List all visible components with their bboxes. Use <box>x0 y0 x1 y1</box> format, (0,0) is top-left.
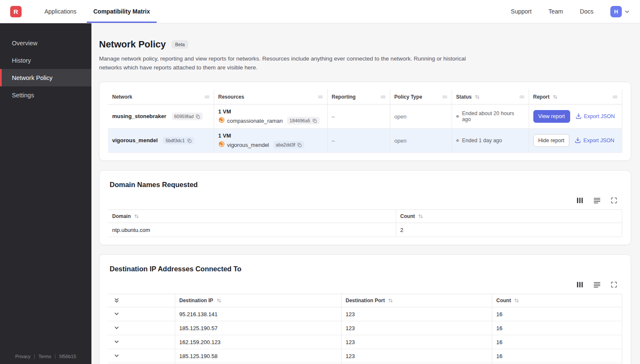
columns-toggle-icon[interactable] <box>577 281 583 288</box>
resource-count: 1 VM <box>218 108 323 115</box>
divider <box>34 354 35 359</box>
resource-name[interactable]: compassionate_raman <box>227 118 283 124</box>
build-version: 5f56b15 <box>59 354 76 359</box>
chevron-down-icon[interactable] <box>112 338 121 345</box>
status-dot-icon <box>456 139 459 142</box>
expand-row-cell <box>108 349 175 363</box>
column-menu-icon[interactable] <box>519 95 524 99</box>
resource-icon <box>218 117 225 124</box>
fullscreen-icon[interactable] <box>611 197 617 204</box>
page-header: Network Policy Beta <box>99 39 631 50</box>
column-menu-icon[interactable] <box>381 95 386 99</box>
chevron-down-icon[interactable] <box>112 310 121 317</box>
privacy-link[interactable]: Privacy <box>15 354 30 359</box>
sidebar-item[interactable]: History <box>0 52 91 69</box>
column-menu-icon[interactable] <box>612 95 618 99</box>
destination-port-cell: 123 <box>341 321 492 335</box>
secondary-nav: Support Team Docs H <box>511 0 630 23</box>
export-json-button[interactable]: Export JSON <box>575 137 614 144</box>
ip-row: 185.125.190.58 123 16 <box>108 349 622 363</box>
topnav-item[interactable]: Applications <box>38 0 83 23</box>
col-header-count[interactable]: Count <box>396 210 622 223</box>
resource-count: 1 VM <box>218 132 323 139</box>
copy-icon[interactable] <box>297 143 302 147</box>
report-button[interactable]: View report <box>533 110 570 123</box>
networks-card: Network Resources Reporting Policy <box>99 82 631 161</box>
col-header-count[interactable]: Count <box>492 294 622 307</box>
destination-ip-cell: 185.125.190.57 <box>175 321 341 335</box>
sort-icon[interactable] <box>134 214 139 219</box>
resource-name[interactable]: vigorous_mendel <box>227 142 269 148</box>
sort-icon[interactable] <box>514 298 519 303</box>
topnav-item[interactable]: Compatibility Matrix <box>87 0 157 23</box>
fullscreen-icon[interactable] <box>611 281 617 288</box>
report-button[interactable]: Hide report <box>533 134 570 147</box>
sort-icon[interactable] <box>216 298 222 303</box>
avatar[interactable]: H <box>610 6 622 17</box>
sort-icon[interactable] <box>418 214 423 219</box>
chevron-down-icon[interactable] <box>112 324 121 331</box>
col-header-reporting[interactable]: Reporting <box>327 89 390 105</box>
export-json-button[interactable]: Export JSON <box>576 113 615 120</box>
sort-icon[interactable] <box>552 94 558 99</box>
columns-toggle-icon[interactable] <box>577 197 583 204</box>
count-cell: 2 <box>396 223 622 237</box>
destination-ip-cell: 162.159.200.123 <box>175 335 341 349</box>
resource-id-badge: aba2dd3f <box>273 141 305 149</box>
app-logo[interactable]: R <box>10 6 22 17</box>
network-id-badge: 5bdf3dc1 <box>163 137 194 144</box>
col-header-status[interactable]: Status <box>452 89 529 105</box>
sidebar-item[interactable]: Overview <box>0 34 91 52</box>
column-menu-icon[interactable] <box>204 95 210 99</box>
count-cell: 16 <box>492 335 622 349</box>
status-text: Ended about 20 hours ago <box>462 110 524 122</box>
status-dot-icon <box>456 115 459 118</box>
copy-icon[interactable] <box>196 114 200 119</box>
double-chevron-down-icon[interactable] <box>112 297 121 304</box>
col-header-destination-port[interactable]: Destination Port <box>341 294 492 307</box>
sidebar: Overview History Network Policy Settings… <box>0 23 91 364</box>
download-icon <box>575 137 581 144</box>
chevron-down-icon[interactable] <box>112 352 121 359</box>
chevron-down-icon[interactable] <box>624 9 630 14</box>
status-cell: Ended 1 day ago <box>452 129 529 153</box>
topbar: R Applications Compatibility Matrix Supp… <box>0 0 640 23</box>
divider <box>55 354 55 359</box>
col-header-domain[interactable]: Domain <box>108 210 396 223</box>
sidebar-item-label: Network Policy <box>12 74 52 81</box>
copy-icon[interactable] <box>312 119 317 123</box>
sort-icon[interactable] <box>474 94 480 99</box>
domains-card-title: Domain Names Requested <box>110 181 622 189</box>
copy-icon[interactable] <box>187 138 192 143</box>
sidebar-item[interactable]: Settings <box>0 86 91 104</box>
col-header-resources[interactable]: Resources <box>214 89 327 105</box>
column-menu-icon[interactable] <box>442 95 447 99</box>
col-header-expand-all[interactable] <box>108 294 175 307</box>
ips-table: Destination IP Destination Port Count <box>108 294 622 364</box>
topnav-link[interactable]: Support <box>511 8 532 15</box>
col-header-report[interactable]: Report <box>529 89 622 105</box>
table-toolbar <box>108 197 617 204</box>
user-menu[interactable]: H <box>610 6 630 17</box>
terms-link[interactable]: Terms <box>39 354 51 359</box>
ip-row: 162.159.200.123 123 16 <box>108 335 622 349</box>
col-header-destination-ip[interactable]: Destination IP <box>175 294 341 307</box>
column-menu-icon[interactable] <box>318 95 323 99</box>
table-toolbar <box>108 281 617 288</box>
row-density-icon[interactable] <box>593 282 601 288</box>
topnav-link[interactable]: Team <box>549 8 563 15</box>
sort-icon[interactable] <box>388 298 393 303</box>
topnav-item-label: Applications <box>44 8 77 15</box>
expand-row-cell <box>108 307 175 321</box>
row-density-icon[interactable] <box>593 198 601 204</box>
network-name: vigorous_mendel <box>112 137 158 143</box>
destination-ip-cell: 95.216.138.141 <box>175 307 341 321</box>
sidebar-item-label: Overview <box>12 40 37 47</box>
report-cell: Hide report Export JSON <box>529 129 622 153</box>
topnav-link[interactable]: Docs <box>580 8 593 15</box>
networks-table: Network Resources Reporting Policy <box>108 89 622 153</box>
sidebar-item[interactable]: Network Policy <box>0 69 91 86</box>
network-id-badge: 60959fad <box>172 113 203 120</box>
col-header-policy-type[interactable]: Policy Type <box>390 89 452 105</box>
col-header-network[interactable]: Network <box>108 89 214 105</box>
